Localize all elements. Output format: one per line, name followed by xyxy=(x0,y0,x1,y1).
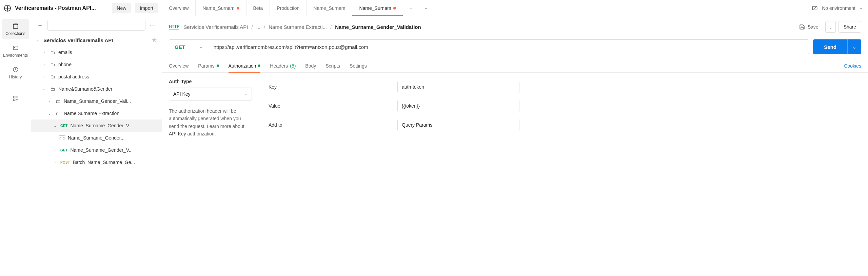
send-options-button[interactable]: ⌄ xyxy=(847,39,861,54)
sectab-params[interactable]: Params xyxy=(198,59,219,72)
example-icon: e.g xyxy=(59,135,65,140)
environment-selector[interactable]: No environment ⌄ xyxy=(806,5,868,11)
folder-icon: 🗀 xyxy=(55,111,61,116)
rail-configure[interactable] xyxy=(2,91,29,106)
crumb-dots[interactable]: ... xyxy=(256,24,261,30)
tab-overflow-button[interactable]: ⌄ xyxy=(419,0,433,16)
method-badge: GET xyxy=(60,148,67,152)
globe-icon xyxy=(4,5,11,12)
history-icon xyxy=(12,66,19,73)
crumb-current: Name_Surname_Gender_Validation xyxy=(335,24,421,30)
add-tab-button[interactable]: ＋ xyxy=(403,0,419,16)
sectab-overview[interactable]: Overview xyxy=(169,59,189,72)
method-badge: GET xyxy=(60,124,67,128)
cookies-link[interactable]: Cookies xyxy=(844,63,861,69)
send-button[interactable]: Send xyxy=(813,44,847,50)
tree-nsg-v2[interactable]: › GET Name_Surname_Gender_V... xyxy=(31,144,162,156)
method-select[interactable]: GET ⌄ xyxy=(169,40,208,54)
modified-dot-icon xyxy=(237,7,239,10)
value-label: Value xyxy=(269,103,397,109)
environments-icon xyxy=(12,44,19,52)
folder-icon: 🗀 xyxy=(50,50,56,55)
content-pane: HTTP Servicios Verificaremails API / ...… xyxy=(162,16,868,276)
save-options-button[interactable]: ⌄ xyxy=(825,21,836,33)
sectab-auth[interactable]: Authorization xyxy=(229,59,261,72)
folder-icon: 🗀 xyxy=(55,98,61,104)
svg-rect-7 xyxy=(13,99,15,101)
tab-name-surname-3[interactable]: Name_Surnam xyxy=(352,0,403,16)
save-button[interactable]: Save xyxy=(795,21,823,33)
tab-strip: Overview Name_Surnam Beta Production Nam… xyxy=(162,0,806,16)
rail-history[interactable]: History xyxy=(2,62,29,83)
star-icon[interactable]: ★ xyxy=(152,36,157,44)
no-env-icon xyxy=(812,5,818,11)
workspace-name[interactable]: Verificaremails - Postman API... xyxy=(15,5,108,11)
tree-nsg-vali[interactable]: › 🗀 Name_Surname_Gender_Vali... xyxy=(31,95,162,107)
tree-nsg-eg[interactable]: e.g Name_Surname_Gender... xyxy=(31,132,162,144)
key-label: Key xyxy=(269,84,397,90)
folder-icon: 🗀 xyxy=(50,74,56,79)
tree-batch[interactable]: › POST Batch_Name_Surname_Ge... xyxy=(31,156,162,168)
create-collection-button[interactable]: ＋ xyxy=(35,20,45,30)
sidebar: ＋ ⋯ ⌄ Servicios Verificaremails API ★ › … xyxy=(31,16,162,276)
svg-line-1 xyxy=(812,6,817,10)
sidebar-filter-input[interactable] xyxy=(47,20,145,31)
auth-type-select[interactable]: API Key ⌄ xyxy=(169,88,252,100)
params-dot-icon xyxy=(217,65,219,67)
save-icon xyxy=(799,24,805,30)
tree-nsg-v[interactable]: ⌄ GET Name_Surname_Gender_V... xyxy=(31,119,162,132)
folder-icon: 🗀 xyxy=(50,62,56,67)
new-button[interactable]: New xyxy=(112,3,131,13)
tree-emails[interactable]: › 🗀 emails xyxy=(31,46,162,58)
auth-type-label: Auth Type xyxy=(169,79,252,84)
url-input[interactable]: https://api.verificarnombres.com/split?t… xyxy=(208,40,809,54)
tab-name-surname-1[interactable]: Name_Surnam xyxy=(196,0,246,16)
crumb-parent[interactable]: Name Surname Extracti... xyxy=(269,24,327,30)
tree-phone[interactable]: › 🗀 phone xyxy=(31,58,162,71)
http-badge-icon: HTTP xyxy=(169,23,179,30)
svg-rect-5 xyxy=(13,96,15,98)
collections-icon xyxy=(12,22,19,30)
sidebar-options-button[interactable]: ⋯ xyxy=(148,20,158,30)
breadcrumb: Servicios Verificaremails API / ... / Na… xyxy=(183,24,421,30)
modified-dot-icon xyxy=(393,7,396,10)
tree-root[interactable]: ⌄ Servicios Verificaremails API ★ xyxy=(31,34,162,46)
grid-add-icon xyxy=(12,95,19,102)
tab-overview[interactable]: Overview xyxy=(162,0,196,16)
svg-rect-6 xyxy=(16,96,18,98)
rail-environments[interactable]: Environments xyxy=(2,41,29,61)
tab-beta[interactable]: Beta xyxy=(246,0,270,16)
svg-point-3 xyxy=(14,47,15,48)
auth-dot-icon xyxy=(258,65,260,67)
tab-production[interactable]: Production xyxy=(270,0,307,16)
sectab-headers[interactable]: Headers (5) xyxy=(270,59,296,72)
import-button[interactable]: Import xyxy=(135,3,158,13)
collection-tree: ⌄ Servicios Verificaremails API ★ › 🗀 em… xyxy=(31,34,162,276)
sectab-scripts[interactable]: Scripts xyxy=(326,59,340,72)
top-bar: Verificaremails - Postman API... New Imp… xyxy=(0,0,868,16)
share-button[interactable]: Share xyxy=(839,21,861,33)
sectab-body[interactable]: Body xyxy=(305,59,316,72)
sectab-settings[interactable]: Settings xyxy=(350,59,367,72)
rail-collections[interactable]: Collections xyxy=(2,19,29,39)
tree-postal[interactable]: › 🗀 postal address xyxy=(31,71,162,83)
addto-select[interactable]: Query Params ⌄ xyxy=(397,119,519,131)
api-key-doc-link[interactable]: API Key xyxy=(169,131,186,136)
svg-rect-2 xyxy=(13,46,18,50)
folder-icon: 🗀 xyxy=(50,86,56,92)
tab-name-surname-2[interactable]: Name_Surnam xyxy=(307,0,352,16)
key-input[interactable] xyxy=(397,81,519,93)
method-badge: POST xyxy=(60,161,70,164)
left-rail: Collections Environments History xyxy=(0,16,31,276)
value-input[interactable] xyxy=(397,100,519,112)
tree-nse[interactable]: ⌄ 🗀 Name Surname Extraction xyxy=(31,107,162,119)
auth-description: The authorization header will be automat… xyxy=(169,107,252,138)
addto-label: Add to xyxy=(269,122,397,128)
tree-nsg[interactable]: ⌄ 🗀 Name&Surname&Gender xyxy=(31,83,162,95)
crumb-root[interactable]: Servicios Verificaremails API xyxy=(183,24,248,30)
